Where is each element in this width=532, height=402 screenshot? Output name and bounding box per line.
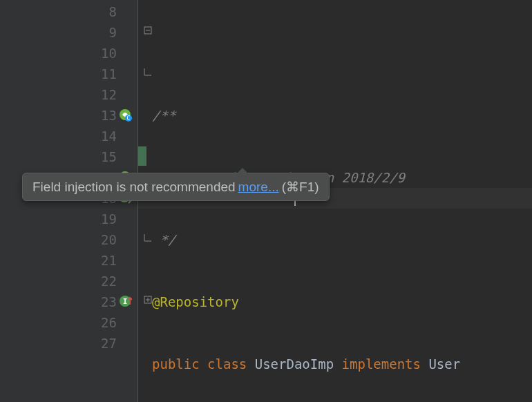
doc-comment: /**	[152, 108, 175, 123]
line-number[interactable]: 20	[0, 229, 117, 250]
tooltip-text: Field injection is not recommended	[32, 180, 236, 195]
line-number[interactable]: 9	[0, 22, 117, 43]
line-number[interactable]: 8	[0, 1, 117, 22]
spring-bean-icon[interactable]: C	[118, 108, 132, 122]
line-number[interactable]: 19	[0, 209, 117, 229]
code-editor[interactable]: 8 9 10 11 12 13 14 15 16 18 19 20 21 22 …	[0, 0, 532, 402]
doc-comment: */	[152, 232, 175, 247]
svg-text:I: I	[123, 297, 128, 306]
line-number[interactable]: 11	[0, 64, 117, 84]
keyword: public	[152, 356, 207, 372]
tooltip-arrow-icon	[237, 168, 248, 173]
type: User	[428, 356, 460, 372]
keyword: implements	[342, 356, 429, 372]
gutter: 8 9 10 11 12 13 14 15 16 18 19 20 21 22 …	[0, 0, 138, 402]
line-number[interactable]: 13	[0, 105, 117, 126]
line-number[interactable]: 14	[0, 126, 117, 146]
line-number[interactable]: 23	[0, 291, 117, 312]
implements-method-icon[interactable]: I	[118, 294, 132, 308]
line-number[interactable]: 26	[0, 312, 117, 333]
line-number[interactable]: 21	[0, 250, 117, 271]
line-number[interactable]: 12	[0, 84, 117, 105]
tooltip-more-link[interactable]: more...	[238, 180, 279, 195]
class-name: UserDaoImp	[255, 356, 342, 372]
line-number[interactable]: 22	[0, 271, 117, 291]
fold-toggle-icon[interactable]	[144, 26, 152, 35]
annotation: @Repository	[152, 294, 239, 309]
line-number[interactable]: 15	[0, 146, 117, 167]
svg-text:C: C	[127, 115, 131, 122]
line-number[interactable]: 27	[0, 333, 117, 354]
fold-end-icon[interactable]	[144, 68, 152, 76]
line-number[interactable]: 10	[0, 43, 117, 64]
fold-expand-icon[interactable]	[144, 296, 152, 304]
inspection-tooltip: Field injection is not recommended more.…	[22, 173, 330, 201]
tooltip-shortcut: (⌘F1)	[282, 179, 319, 195]
fold-end-icon[interactable]	[144, 233, 152, 242]
keyword: class	[207, 356, 255, 372]
